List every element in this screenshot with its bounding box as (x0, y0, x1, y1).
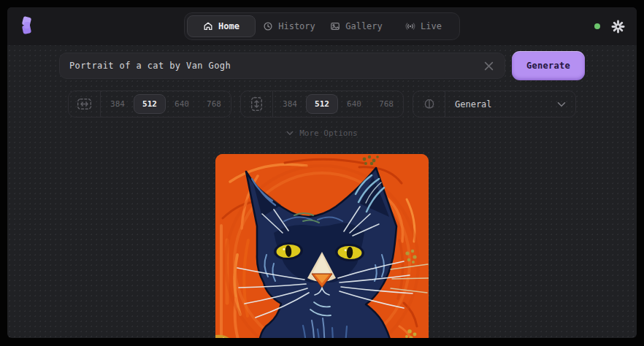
height-arrows-icon (241, 91, 273, 117)
settings-gear-icon[interactable] (611, 20, 625, 34)
width-options: 384 512 640 768 (101, 91, 231, 117)
tab-label: Live (421, 21, 442, 31)
width-option-384[interactable]: 384 (101, 94, 134, 114)
generated-image[interactable] (215, 154, 429, 338)
height-options: 384 512 640 768 (273, 91, 403, 117)
prompt-input-wrap (59, 53, 505, 79)
prompt-row: Generate (7, 50, 637, 81)
clear-prompt-icon[interactable] (483, 60, 495, 72)
home-icon (203, 21, 213, 31)
history-icon (263, 21, 273, 31)
tab-live[interactable]: Live (390, 15, 457, 37)
model-selector-group: General (413, 91, 576, 118)
tab-home[interactable]: Home (187, 15, 256, 37)
chevron-down-icon (557, 101, 566, 107)
header-bar: Home History Gallery (7, 7, 637, 45)
controls-row: 384 512 640 768 384 512 640 768 (7, 91, 637, 118)
tab-history[interactable]: History (256, 15, 323, 37)
width-option-640[interactable]: 640 (166, 94, 198, 114)
header-right-cluster (594, 20, 625, 34)
width-selector-group: 384 512 640 768 (68, 91, 231, 118)
tab-label: History (278, 21, 315, 31)
height-option-640[interactable]: 640 (338, 94, 370, 114)
app-logo-icon[interactable] (19, 15, 35, 37)
tab-label: Gallery (345, 21, 383, 31)
main-nav: Home History Gallery (184, 12, 460, 40)
model-dropdown[interactable]: General (445, 91, 575, 117)
model-selected-value: General (455, 99, 492, 109)
tab-gallery[interactable]: Gallery (323, 15, 390, 37)
prompt-input[interactable] (69, 61, 483, 71)
width-option-512-selected[interactable]: 512 (134, 94, 166, 114)
more-options-label: More Options (299, 128, 357, 138)
screenshot-frame: Home History Gallery (0, 0, 644, 346)
gallery-icon (330, 21, 340, 31)
status-online-dot (594, 23, 600, 29)
height-option-512-selected[interactable]: 512 (306, 94, 338, 114)
van-gogh-cat-painting (215, 154, 429, 338)
width-arrows-icon (69, 91, 101, 117)
app-window: Home History Gallery (7, 7, 637, 338)
height-option-768[interactable]: 768 (370, 94, 402, 114)
broadcast-icon (405, 21, 415, 31)
height-option-384[interactable]: 384 (274, 94, 306, 114)
width-option-768[interactable]: 768 (198, 94, 230, 114)
chevron-down-icon (286, 131, 294, 136)
tab-label: Home (218, 21, 239, 31)
more-options-toggle[interactable]: More Options (7, 128, 637, 139)
brain-icon (413, 91, 445, 117)
generate-button[interactable]: Generate (512, 51, 585, 80)
height-selector-group: 384 512 640 768 (240, 91, 404, 118)
